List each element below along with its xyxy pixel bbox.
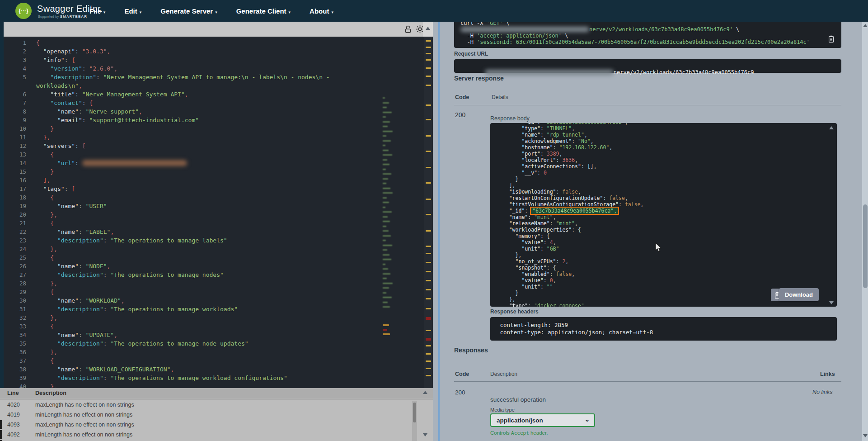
editor-row[interactable]: 31 "description": "The operations to man… xyxy=(4,305,333,313)
editor-row[interactable]: 28 }, xyxy=(4,279,333,288)
response-body-row: "snapshot": { xyxy=(497,265,643,271)
editor-scrollbar-track[interactable] xyxy=(423,22,433,37)
editor-row[interactable]: 9 "email": "support@tttech-industrial.co… xyxy=(4,116,333,124)
line-number: 28 xyxy=(4,279,26,288)
editor-row[interactable]: 34 "name": "UPDATE", xyxy=(4,331,333,339)
menu-about[interactable]: About▾ xyxy=(310,7,333,15)
line-number: 9 xyxy=(4,116,26,124)
editor-row[interactable]: 10 } xyxy=(4,124,333,133)
editor-row[interactable]: 5 "description": "Nerve Management Syste… xyxy=(4,73,333,81)
response-body-row: "__v": 0 xyxy=(497,170,643,176)
response-body-row: "hostname": "192.168.122.60", xyxy=(497,144,643,151)
editor-row[interactable]: 4 "version": "2.6.0", xyxy=(4,64,333,73)
editor-annotation-scrollbar[interactable] xyxy=(424,37,433,388)
error-row[interactable]: 4019minLength has no effect on non strin… xyxy=(0,410,433,420)
editor-row[interactable]: 30 "name": "WORKLOAD", xyxy=(4,296,333,305)
editor-row[interactable]: 18 { xyxy=(4,193,333,202)
line-number: 19 xyxy=(4,202,26,210)
code-editor[interactable]: 1{2 "openapi": "3.0.3",3 "info": {4 "ver… xyxy=(4,37,433,388)
error-list-scroll-thumb[interactable] xyxy=(413,403,416,422)
editor-row[interactable]: 39 "description": "The operations to man… xyxy=(4,374,333,382)
editor-row[interactable]: 32 }, xyxy=(4,313,333,322)
curl-line: -H 'accept: application/json' \ xyxy=(460,33,810,39)
error-row[interactable]: 4020maxLength has no effect on non strin… xyxy=(0,400,433,410)
editor-row[interactable]: 40 }, xyxy=(4,382,333,388)
response-body-box[interactable]: "_id": "63c7b33a48c9ea0055b476cb", "type… xyxy=(490,123,837,307)
editor-scroll-up-icon[interactable] xyxy=(426,27,430,30)
response-body-row: "isDownloading": false, xyxy=(497,189,643,195)
editor-row[interactable]: 35 "description": "The operations to man… xyxy=(4,339,333,348)
editor-row[interactable]: 6 "title": "Nerve Management System API"… xyxy=(4,90,333,99)
editor-row[interactable]: 27 "description": "The operations to man… xyxy=(4,270,333,279)
response-body-row: }, xyxy=(497,252,643,258)
swagger-editor-window: {···} Swagger Editor. Supported by SMART… xyxy=(0,0,868,441)
download-button[interactable]: Download xyxy=(779,288,819,301)
editor-row[interactable]: 25 { xyxy=(4,253,333,262)
request-url-label: Request URL xyxy=(454,51,488,57)
menu-file[interactable]: File▾ xyxy=(89,7,105,15)
editor-row[interactable]: 19 "name": "USER" xyxy=(4,202,333,210)
editor-row[interactable]: 24 }, xyxy=(4,245,333,253)
editor-row[interactable]: 15 } xyxy=(4,167,333,176)
response-body-row: "port": 3389, xyxy=(497,151,643,157)
body-scroll-down-icon[interactable] xyxy=(829,301,834,304)
line-number: 12 xyxy=(4,142,26,150)
editor-rows: 1{2 "openapi": "3.0.3",3 "info": {4 "ver… xyxy=(4,38,333,388)
editor-row[interactable]: 37 { xyxy=(4,356,333,365)
menu-generate-server[interactable]: Generate Server▾ xyxy=(160,7,217,15)
lock-open-icon[interactable] xyxy=(404,25,412,34)
hint-suffix: header. xyxy=(529,430,548,436)
pane-splitter[interactable] xyxy=(438,22,440,441)
error-description: maxLength has no effect on non strings xyxy=(35,422,134,428)
editor-row[interactable]: 1{ xyxy=(4,38,333,47)
error-row[interactable]: 4092minLength has no effect on non strin… xyxy=(0,430,433,440)
editor-row[interactable]: workloads\n", xyxy=(4,81,333,90)
editor-row[interactable]: 20 }, xyxy=(4,210,333,219)
response-body-row: "restartOnConfigurationUpdate": false, xyxy=(497,195,643,201)
line-number: 18 xyxy=(4,193,26,202)
response-body-row: "value": 4, xyxy=(497,239,643,246)
response-body-row: "type": "docker-compose", xyxy=(497,303,643,307)
editor-row[interactable]: 38 "name": "WORKLOAD_CONFIGURATION", xyxy=(4,365,333,374)
line-number: 38 xyxy=(4,365,26,374)
line-number: 15 xyxy=(4,167,26,176)
editor-row[interactable]: 14 "url": xyxy=(4,159,333,167)
editor-row[interactable]: 2 "openapi": "3.0.3", xyxy=(4,47,333,56)
error-list-scrollbar[interactable] xyxy=(412,401,417,441)
curl-command: curl -X 'GET' \nerve/v2/workloads/63c7b3… xyxy=(460,22,810,45)
error-row[interactable]: 4093maxLength has no effect on non strin… xyxy=(0,420,433,430)
response-body-row: "unit": "" xyxy=(497,284,643,290)
editor-row[interactable]: 8 "name": "Nerve support", xyxy=(4,107,333,116)
error-line-number: 4019 xyxy=(7,412,20,418)
window-scroll-up-icon[interactable] xyxy=(863,24,868,27)
editor-row[interactable]: 3 "info": { xyxy=(4,56,333,64)
editor-row[interactable]: 17 "tags": [ xyxy=(4,185,333,193)
media-type-select[interactable]: application/json ⌄ xyxy=(490,413,595,427)
menu-edit[interactable]: Edit▾ xyxy=(124,7,141,15)
editor-row[interactable]: 21 { xyxy=(4,219,333,228)
editor-row[interactable]: 11 }, xyxy=(4,133,333,142)
editor-row[interactable]: 23 "description": "The operations to man… xyxy=(4,236,333,245)
response-body-row: "name": "mint", xyxy=(497,214,643,220)
menu-generate-client[interactable]: Generate Client▾ xyxy=(236,7,291,15)
window-scroll-down-icon[interactable] xyxy=(863,434,868,437)
editor-row[interactable]: 29 { xyxy=(4,288,333,296)
editor-row[interactable]: 22 "name": "LABEL", xyxy=(4,228,333,236)
error-scroll-up-icon[interactable] xyxy=(423,391,427,394)
editor-row[interactable]: 26 "name": "NODE", xyxy=(4,262,333,270)
editor-row[interactable]: 16 ], xyxy=(4,176,333,185)
curl-copy-button[interactable] xyxy=(825,33,838,45)
editor-row[interactable]: 36 }, xyxy=(4,348,333,356)
swagger-logo-icon: {···} xyxy=(15,3,32,19)
window-scroll-thumb[interactable] xyxy=(863,204,868,288)
line-number: 39 xyxy=(4,374,26,382)
editor-row[interactable]: 7 "contact": { xyxy=(4,99,333,107)
error-scroll-down-icon[interactable] xyxy=(423,433,427,436)
media-type-hint: Controls Accept header. xyxy=(490,430,548,436)
body-scroll-up-icon[interactable] xyxy=(829,126,834,129)
editor-row[interactable]: 13 { xyxy=(4,150,333,159)
responses-row-description: successful operation xyxy=(490,396,546,403)
editor-row[interactable]: 33 { xyxy=(4,322,333,331)
line-number: 23 xyxy=(4,236,26,245)
editor-row[interactable]: 12 "servers": [ xyxy=(4,142,333,150)
